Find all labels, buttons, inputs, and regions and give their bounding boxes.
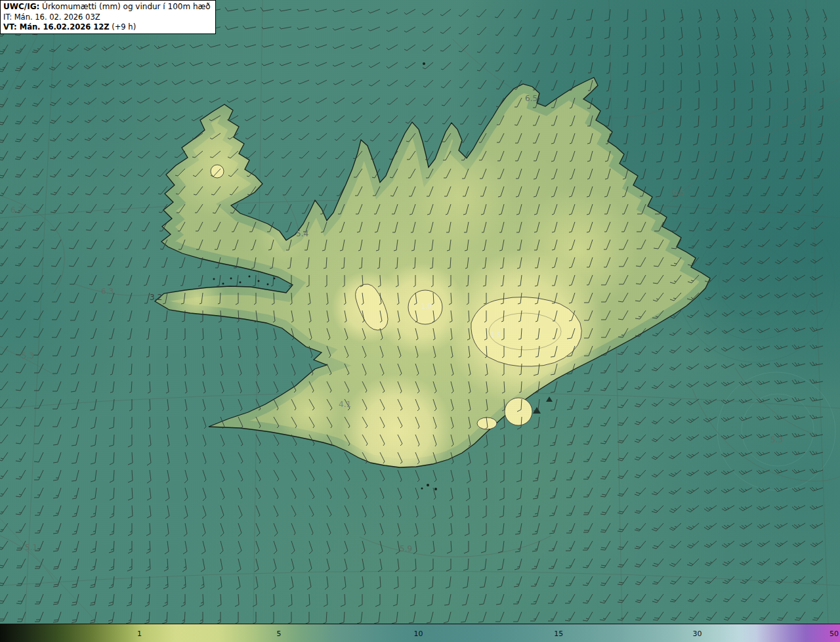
- contour-label: 1.5: [491, 332, 501, 339]
- model-name: UWC/IG:: [3, 2, 39, 11]
- colorbar-tick-label: 30: [692, 629, 702, 637]
- forecast-info-box: UWC/IG: Úrkomumætti (mm) og vindur í 100…: [0, 0, 216, 34]
- model-variable: Úrkomumætti (mm) og vindur í 100m hæð: [39, 2, 210, 11]
- colorbar-tick-label: 1: [137, 629, 142, 637]
- contour-label: 6.7: [10, 205, 23, 215]
- contour-label: 5.4: [296, 229, 308, 238]
- colorbar-tick-label: 15: [554, 629, 563, 637]
- contour-label: 1.0: [421, 303, 432, 310]
- contour-label: 6.5: [672, 188, 684, 197]
- contour-label: 6.3: [101, 287, 114, 296]
- init-time-line: IT: Mán. 16. 02. 2026 03Z: [3, 12, 211, 22]
- valid-time-line: VT: Mán. 16.02.2026 12Z (+9 h): [3, 22, 211, 32]
- contour-label: 4.1: [339, 400, 351, 409]
- contour-label: 5.3: [770, 435, 783, 444]
- colorbar-tick-label: 5: [276, 629, 281, 637]
- valid-time: VT: Mán. 16.02.2026 12Z: [3, 22, 110, 32]
- weather-map: 6.56.56.75.46.33.25.34.15.35.95.11.01.5: [0, 0, 840, 624]
- colorbar-tick-label: 10: [413, 629, 423, 637]
- model-title-line: UWC/IG: Úrkomumætti (mm) og vindur í 100…: [3, 2, 211, 12]
- valid-time-offset: (+9 h): [110, 22, 136, 32]
- stipple-texture: [0, 0, 840, 624]
- contour-label: 5.1: [25, 543, 37, 552]
- contour-label: 3.2: [150, 293, 162, 302]
- precipitation-colorbar: 1510153050: [0, 624, 840, 642]
- colorbar-tick-label: 50: [830, 629, 839, 637]
- contour-label: 6.5: [525, 94, 537, 103]
- contour-label: 5.3: [22, 351, 34, 360]
- contour-label: 5.9: [400, 544, 412, 553]
- weather-map-app: 6.56.56.75.46.33.25.34.15.35.95.11.01.5 …: [0, 0, 840, 642]
